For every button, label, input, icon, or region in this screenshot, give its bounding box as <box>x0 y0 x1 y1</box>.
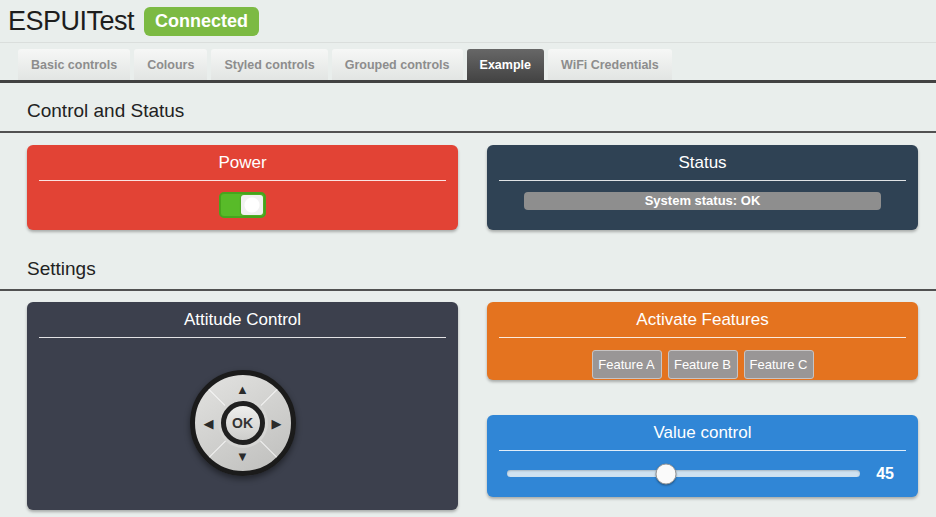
tab-wifi-credentials[interactable]: WiFi Credentials <box>548 49 672 80</box>
feature-a-button[interactable]: Feature A <box>592 350 662 379</box>
status-panel-title: Status <box>487 145 918 173</box>
power-toggle-switch[interactable] <box>219 192 266 218</box>
section-heading-settings: Settings <box>27 258 96 280</box>
system-status-label: System status: OK <box>524 192 881 210</box>
attitude-panel-title: Attitude Control <box>27 302 458 330</box>
tab-example[interactable]: Example <box>467 49 544 80</box>
value-slider-track[interactable] <box>507 470 860 477</box>
connection-status-badge: Connected <box>144 7 259 36</box>
toggle-knob <box>241 195 263 215</box>
status-panel: Status System status: OK <box>487 145 918 230</box>
dpad-control[interactable]: ▲ ▼ ◀ ▶ OK <box>190 370 296 476</box>
tab-basic-controls[interactable]: Basic controls <box>18 49 130 80</box>
attitude-control-panel: Attitude Control ▲ ▼ ◀ ▶ OK <box>27 302 458 510</box>
tab-grouped-controls[interactable]: Grouped controls <box>332 49 463 80</box>
app-header: ESPUITest Connected <box>0 0 936 43</box>
value-slider-knob[interactable] <box>655 463 676 484</box>
section-divider <box>0 289 936 291</box>
value-panel-title: Value control <box>487 415 918 443</box>
feature-c-button[interactable]: Feature C <box>744 350 814 379</box>
power-panel: Power <box>27 145 458 230</box>
app-title: ESPUITest <box>8 6 134 37</box>
section-heading-control-and-status: Control and Status <box>27 100 184 122</box>
power-panel-title: Power <box>27 145 458 173</box>
tab-colours[interactable]: Colours <box>134 49 207 80</box>
value-slider-readout: 45 <box>876 465 894 483</box>
dpad-left-icon[interactable]: ◀ <box>204 417 214 430</box>
features-panel-title: Activate Features <box>487 302 918 330</box>
dpad-ok-button[interactable]: OK <box>221 401 265 445</box>
dpad-up-icon[interactable]: ▲ <box>236 383 249 396</box>
feature-b-button[interactable]: Feature B <box>668 350 738 379</box>
tab-styled-controls[interactable]: Styled controls <box>211 49 327 80</box>
dpad-right-icon[interactable]: ▶ <box>272 417 282 430</box>
section-divider <box>0 131 936 133</box>
tab-bar: Basic controls Colours Styled controls G… <box>0 44 936 83</box>
activate-features-panel: Activate Features Feature A Feature B Fe… <box>487 302 918 380</box>
value-control-panel: Value control 45 <box>487 415 918 497</box>
dpad-down-icon[interactable]: ▼ <box>236 450 249 463</box>
